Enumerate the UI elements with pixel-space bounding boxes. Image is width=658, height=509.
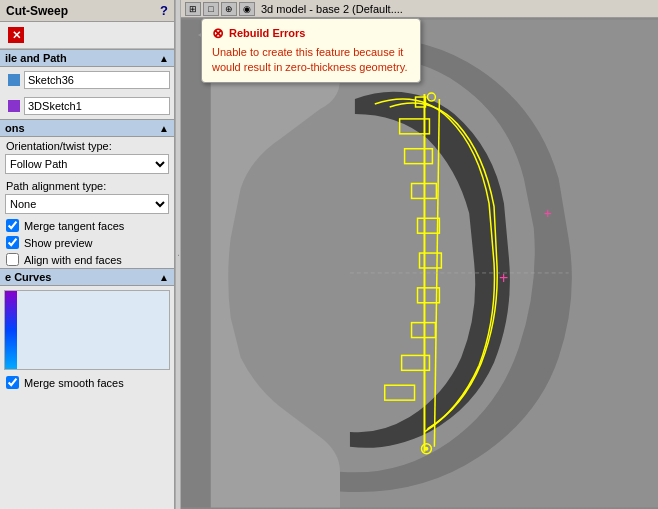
- section-profile-path-label: ile and Path: [5, 52, 67, 64]
- align-end-label: Align with end faces: [24, 254, 122, 266]
- show-preview-checkbox[interactable]: [6, 236, 19, 249]
- section-options-label: ons: [5, 122, 25, 134]
- merge-tangent-label: Merge tangent faces: [24, 220, 124, 232]
- panel-title-bar: Cut-Sweep ?: [0, 0, 174, 22]
- merge-tangent-row: Merge tangent faces: [0, 217, 174, 234]
- section-guide-curves-collapse: ▲: [159, 272, 169, 283]
- path-alignment-select[interactable]: None: [5, 194, 169, 214]
- orientation-dropdown-row: Follow Path: [0, 153, 174, 177]
- path-alignment-dropdown-row: None: [0, 193, 174, 217]
- merge-smooth-checkbox[interactable]: [6, 376, 19, 389]
- help-button[interactable]: ?: [160, 3, 168, 18]
- sketch2-row: [4, 95, 170, 117]
- model-area: + +: [181, 18, 658, 509]
- section-options[interactable]: ons ▲: [0, 119, 174, 137]
- close-button[interactable]: ✕: [8, 27, 24, 43]
- sketch1-color: [8, 74, 20, 86]
- viewport-title: 3d model - base 2 (Default....: [261, 3, 403, 15]
- show-preview-row: Show preview: [0, 234, 174, 251]
- section-guide-curves[interactable]: e Curves ▲: [0, 268, 174, 286]
- path-alignment-label: Path alignment type:: [0, 177, 174, 193]
- section-options-collapse: ▲: [159, 123, 169, 134]
- viewport-titlebar: ⊞ □ ⊕ ◉ 3d model - base 2 (Default....: [181, 0, 658, 18]
- viewport-icon-crosshair[interactable]: ⊕: [221, 2, 237, 16]
- svg-point-18: [424, 447, 428, 451]
- merge-tangent-checkbox[interactable]: [6, 219, 19, 232]
- sketch2-input[interactable]: [24, 97, 170, 115]
- error-title-label: Rebuild Errors: [229, 27, 305, 39]
- viewport-icon-circle[interactable]: ◉: [239, 2, 255, 16]
- section-profile-path-collapse: ▲: [159, 53, 169, 64]
- error-icon: ⊗: [212, 25, 224, 41]
- error-popup: ⊗ Rebuild Errors Unable to create this f…: [201, 18, 421, 83]
- sketch1-row: [4, 69, 170, 91]
- orientation-label: Orientation/twist type:: [0, 137, 174, 153]
- show-preview-label: Show preview: [24, 237, 92, 249]
- sketch2-color: [8, 100, 20, 112]
- merge-smooth-row: Merge smooth faces: [0, 374, 174, 391]
- error-message: Unable to create this feature because it…: [212, 45, 410, 76]
- left-panel: Cut-Sweep ? ✕ ile and Path ▲ ons ▲ Orien…: [0, 0, 175, 509]
- align-end-row: Align with end faces: [0, 251, 174, 268]
- error-title-row: ⊗ Rebuild Errors: [212, 25, 410, 41]
- guide-curves-color-bar: [5, 291, 17, 369]
- orientation-select[interactable]: Follow Path: [5, 154, 169, 174]
- viewport-icon-model[interactable]: □: [203, 2, 219, 16]
- viewport: ⊞ □ ⊕ ◉ 3d model - base 2 (Default....: [181, 0, 658, 509]
- viewport-icon-grid[interactable]: ⊞: [185, 2, 201, 16]
- model-svg: + +: [181, 18, 658, 509]
- svg-text:+: +: [499, 269, 508, 286]
- merge-smooth-label: Merge smooth faces: [24, 377, 124, 389]
- panel-close-row: ✕: [0, 22, 174, 49]
- align-end-checkbox[interactable]: [6, 253, 19, 266]
- guide-curves-area: [4, 290, 170, 370]
- viewport-icons: ⊞ □ ⊕ ◉: [185, 2, 255, 16]
- section-guide-curves-label: e Curves: [5, 271, 51, 283]
- panel-title-label: Cut-Sweep: [6, 4, 68, 18]
- svg-text:+: +: [544, 205, 552, 221]
- section-profile-path[interactable]: ile and Path ▲: [0, 49, 174, 67]
- sketch1-input[interactable]: [24, 71, 170, 89]
